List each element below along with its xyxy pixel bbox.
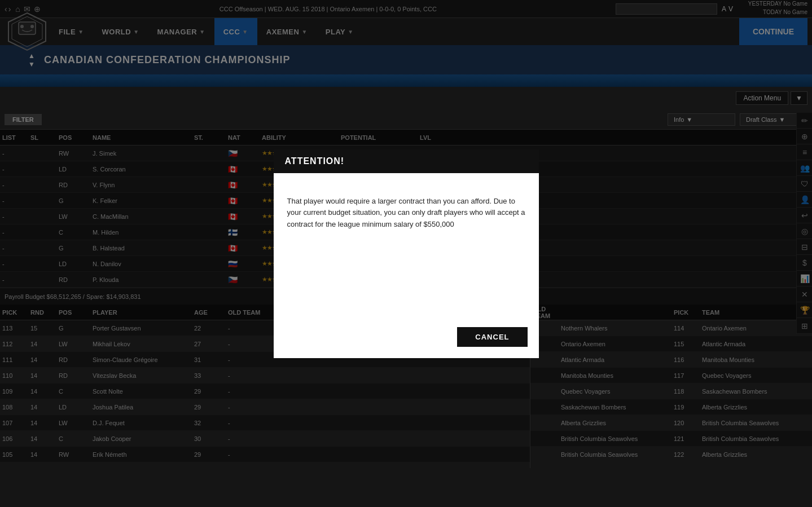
modal-footer: CANCEL bbox=[274, 318, 539, 358]
modal-overlay: ATTENTION! That player would require a l… bbox=[0, 0, 812, 507]
cancel-button[interactable]: CANCEL bbox=[457, 327, 527, 347]
modal-body: That player would require a larger contr… bbox=[274, 173, 539, 318]
modal-header: ATTENTION! bbox=[274, 149, 539, 173]
attention-modal: ATTENTION! That player would require a l… bbox=[274, 149, 539, 358]
